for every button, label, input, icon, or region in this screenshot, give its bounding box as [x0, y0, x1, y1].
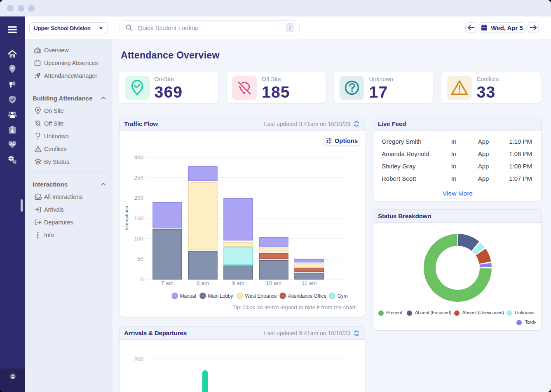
svg-text:200: 200	[134, 356, 143, 362]
svg-text:8 am: 8 am	[197, 280, 209, 286]
svg-text:Gym: Gym	[337, 293, 347, 299]
svg-text:50: 50	[137, 256, 143, 262]
svg-text:9 am: 9 am	[232, 280, 244, 286]
svg-text:250: 250	[134, 175, 143, 181]
svg-text:Attendance Office: Attendance Office	[288, 293, 327, 299]
svg-text:Tip: Click an item’s legand to: Tip: Click an item’s legand to hide it f…	[232, 304, 357, 310]
svg-text:11 am: 11 am	[302, 280, 317, 286]
svg-text:Manual: Manual	[180, 293, 196, 299]
svg-text:7 am: 7 am	[161, 280, 174, 286]
svg-text:Main Lobby: Main Lobby	[208, 293, 233, 299]
svg-text:150: 150	[134, 215, 143, 222]
svg-text:10 am: 10 am	[266, 280, 281, 286]
svg-text:300: 300	[134, 154, 143, 161]
svg-text:200: 200	[134, 195, 143, 201]
svg-text:West Entrance: West Entrance	[245, 293, 277, 299]
svg-text:100: 100	[134, 236, 143, 242]
svg-text:0: 0	[140, 276, 143, 282]
svg-text:Interactions: Interactions	[124, 206, 129, 231]
